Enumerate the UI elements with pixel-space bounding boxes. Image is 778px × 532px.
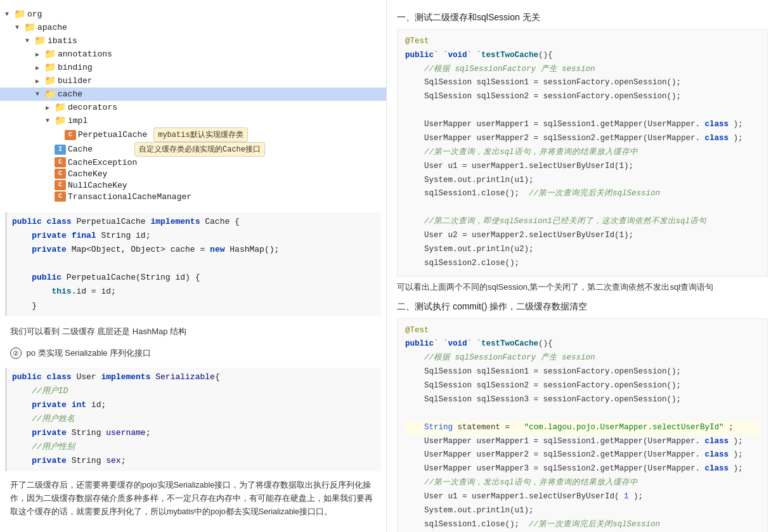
- tree-label: Cache: [68, 145, 93, 154]
- tree-label: apache: [37, 23, 67, 32]
- folder-icon: 📁: [55, 115, 66, 127]
- code-section-1: public class PerpetualCache implements C…: [0, 207, 386, 321]
- tree-item-nullcachekey[interactable]: C NullCacheKey: [0, 179, 386, 191]
- file-i-icon: I: [55, 145, 66, 155]
- circle-2: ②: [10, 347, 22, 359]
- folder-icon: 📁: [44, 62, 56, 74]
- file-c-icon: C: [65, 130, 76, 140]
- tree-label: binding: [58, 63, 93, 72]
- folder-icon: 📁: [55, 101, 66, 114]
- section2-title: 二、测试执行 commit() 操作，二级缓存数据清空: [397, 299, 768, 315]
- section1-title: 一、测试二级缓存和sqlSession 无关: [397, 10, 768, 25]
- tree-label: org: [27, 10, 42, 19]
- tree-label: builder: [58, 76, 93, 86]
- file-c-icon: C: [55, 169, 66, 179]
- folder-icon: 📁: [44, 75, 56, 87]
- left-panel: ▼ 📁 org ▼ 📁 apache ▼ 📁 ibatis ▶ 📁 annota…: [0, 0, 387, 532]
- expand-icon: ▶: [36, 51, 44, 58]
- prose-footer: 开了二级缓存后，还需要将要缓存的pojo实现Serializable接口，为了将…: [0, 475, 386, 523]
- expand-icon: ▼: [46, 117, 55, 124]
- tree-item-cache[interactable]: ▼ 📁 cache: [0, 88, 386, 101]
- tree-label: ibatis: [48, 36, 77, 46]
- expand-icon: ▼: [25, 37, 34, 44]
- expand-icon: ▼: [15, 24, 24, 31]
- folder-icon: 📁: [14, 8, 25, 20]
- perpetualcache-annotation: mybatis默认实现缓存类: [153, 127, 247, 142]
- code-user-class: public class User implements Serializabl…: [5, 368, 381, 471]
- code-right-2: @Test public` `void` `testTwoCache(){ //…: [397, 318, 768, 532]
- tree-item-perpetualcache[interactable]: C PerpetualCache: [0, 129, 147, 141]
- tree-label: decorators: [68, 103, 117, 112]
- prose-serializable-heading: ② po 类实现 Serializable 序列化接口: [0, 342, 386, 364]
- tree-label: NullCacheKey: [68, 181, 127, 190]
- expand-icon: ▼: [36, 91, 44, 98]
- tree-label: TransactionalCacheManager: [68, 192, 191, 202]
- tree-item-ibatis[interactable]: ▼ 📁 ibatis: [0, 34, 386, 48]
- tree-label: cache: [58, 89, 82, 99]
- cache-annotation: 自定义缓存类必须实现的Cache接口: [134, 142, 265, 157]
- tree-item-cache-file[interactable]: I Cache: [46, 144, 128, 155]
- code-perpetualcache: public class PerpetualCache implements C…: [5, 212, 381, 316]
- right-panel: 一、测试二级缓存和sqlSession 无关 @Test public` `vo…: [387, 0, 778, 532]
- expand-icon: ▶: [36, 77, 44, 85]
- folder-icon: 📁: [24, 22, 36, 34]
- tree-item-cachekey[interactable]: C CacheKey: [0, 168, 386, 179]
- folder-icon: 📁: [44, 48, 56, 60]
- prose-between-sections: 可以看出上面两个不同的sqlSession,第一个关闭了，第二次查询依然不发出s…: [397, 280, 768, 294]
- tree-label: annotations: [58, 49, 112, 59]
- file-c-icon: C: [55, 180, 66, 190]
- tree-item-annotations[interactable]: ▶ 📁 annotations: [0, 48, 386, 61]
- tree-label: PerpetualCache: [78, 130, 147, 139]
- tree-label: CacheException: [68, 158, 137, 167]
- tree-item-impl[interactable]: ▼ 📁 impl: [0, 114, 386, 127]
- tree-item-cache-row: I Cache 自定义缓存类必须实现的Cache接口: [46, 142, 386, 157]
- folder-icon: 📁: [44, 88, 56, 100]
- tree-item-cacheexception[interactable]: C CacheException: [0, 157, 386, 168]
- tree-item-apache[interactable]: ▼ 📁 apache: [0, 21, 386, 34]
- expand-icon: ▼: [5, 11, 14, 18]
- tree-item-binding[interactable]: ▶ 📁 binding: [0, 61, 386, 74]
- code-right-1: @Test public` `void` `testTwoCache(){ //…: [397, 29, 768, 276]
- file-tree: ▼ 📁 org ▼ 📁 apache ▼ 📁 ibatis ▶ 📁 annota…: [0, 5, 386, 207]
- expand-icon: ▶: [36, 64, 44, 72]
- tree-item-org[interactable]: ▼ 📁 org: [0, 8, 386, 21]
- tree-item-perpetualcache-row: C PerpetualCache mybatis默认实现缓存类: [0, 127, 386, 142]
- code-section-2: public class User implements Serializabl…: [0, 364, 386, 475]
- tree-label: CacheKey: [68, 169, 107, 179]
- prose-hashmap: 我们可以看到 二级缓存 底层还是 HashMap 结构: [0, 321, 386, 342]
- file-c-icon: C: [55, 157, 66, 167]
- expand-icon: ▶: [46, 104, 55, 112]
- tree-label: impl: [68, 116, 88, 126]
- tree-item-builder[interactable]: ▶ 📁 builder: [0, 74, 386, 88]
- tree-item-transactionalcachemanager[interactable]: C TransactionalCacheManager: [0, 191, 386, 202]
- folder-icon: 📁: [34, 35, 46, 47]
- file-c-icon: C: [55, 191, 66, 202]
- tree-item-decorators[interactable]: ▶ 📁 decorators: [0, 101, 386, 114]
